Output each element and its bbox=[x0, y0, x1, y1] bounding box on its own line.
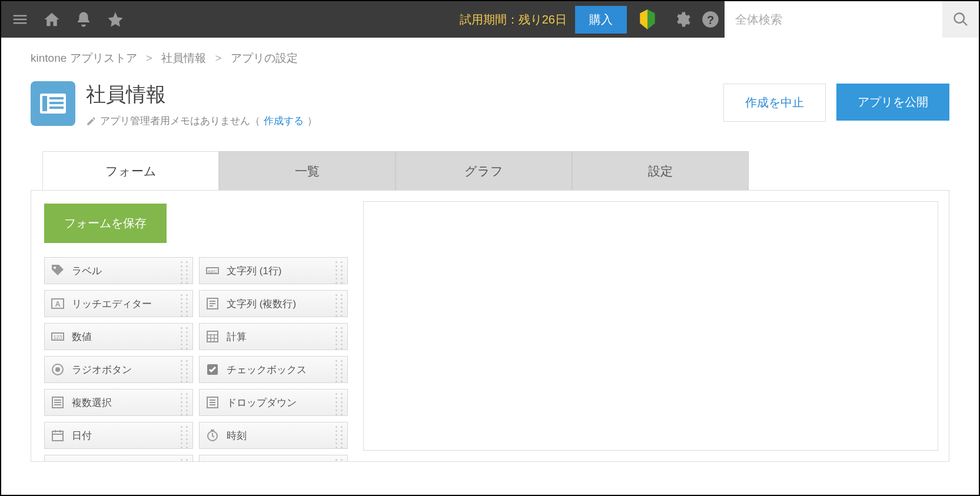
svg-rect-10 bbox=[207, 331, 218, 342]
field-icon: ABC bbox=[204, 264, 221, 278]
field-item[interactable]: ラジオボタン bbox=[44, 356, 193, 383]
home-icon[interactable] bbox=[38, 5, 66, 34]
search-button[interactable] bbox=[942, 1, 979, 38]
field-item[interactable]: 文字列 (複数行) bbox=[199, 290, 348, 317]
bell-icon[interactable] bbox=[69, 5, 98, 34]
field-item[interactable]: Aリッチエディター bbox=[44, 290, 193, 317]
buy-button[interactable]: 購入 bbox=[575, 6, 627, 34]
svg-text:123: 123 bbox=[53, 334, 62, 340]
beginner-icon[interactable] bbox=[637, 9, 657, 29]
field-item[interactable]: 日時 bbox=[44, 455, 193, 461]
field-label: 数値 bbox=[72, 330, 92, 344]
field-palette: フォームを保存 ラベルABC文字列 (1行)Aリッチエディター文字列 (複数行)… bbox=[31, 191, 361, 461]
field-icon bbox=[49, 428, 66, 442]
app-icon bbox=[31, 81, 75, 126]
svg-text:A: A bbox=[55, 300, 61, 308]
field-item[interactable]: 複数選択 bbox=[44, 389, 193, 416]
field-icon bbox=[49, 395, 66, 410]
field-item[interactable]: 添付ファイル bbox=[199, 455, 348, 461]
field-item[interactable]: 123数値 bbox=[44, 323, 193, 350]
trial-text: 試用期間：残り26日 bbox=[460, 12, 567, 28]
field-icon bbox=[49, 264, 66, 278]
form-canvas[interactable] bbox=[363, 201, 938, 451]
publish-button[interactable]: アプリを公開 bbox=[836, 84, 949, 121]
field-icon bbox=[49, 362, 66, 377]
tab-graph[interactable]: グラフ bbox=[396, 151, 572, 190]
page-title: 社員情報 bbox=[86, 81, 723, 108]
field-label: チェックボックス bbox=[227, 363, 307, 377]
breadcrumb-item[interactable]: kintone アプリストア bbox=[31, 52, 137, 64]
star-icon[interactable] bbox=[101, 5, 129, 34]
field-label: 複数選択 bbox=[72, 396, 112, 410]
tab-list[interactable]: 一覧 bbox=[219, 151, 396, 190]
field-label: リッチエディター bbox=[72, 297, 152, 311]
app-memo: アプリ管理者用メモはありません（作成する） bbox=[86, 114, 723, 128]
field-label: 日付 bbox=[72, 429, 92, 442]
edit-icon bbox=[86, 116, 97, 127]
tab-form[interactable]: フォーム bbox=[42, 151, 219, 190]
cancel-button[interactable]: 作成を中止 bbox=[723, 84, 826, 122]
field-icon bbox=[204, 428, 221, 442]
field-label: ラベル bbox=[72, 264, 102, 278]
field-icon bbox=[204, 395, 221, 410]
form-builder: フォームを保存 ラベルABC文字列 (1行)Aリッチエディター文字列 (複数行)… bbox=[31, 190, 949, 462]
svg-point-2 bbox=[54, 267, 56, 269]
field-icon: A bbox=[49, 297, 66, 311]
field-item[interactable]: ラベル bbox=[44, 257, 193, 284]
help-icon[interactable]: ? bbox=[696, 5, 725, 34]
svg-point-12 bbox=[55, 367, 60, 372]
breadcrumb: kintone アプリストア > 社員情報 > アプリの設定 bbox=[1, 38, 979, 66]
gear-icon[interactable] bbox=[668, 5, 696, 34]
create-memo-link[interactable]: 作成する bbox=[264, 114, 304, 128]
field-label: 文字列 (複数行) bbox=[227, 297, 296, 311]
breadcrumb-item: アプリの設定 bbox=[231, 52, 298, 64]
field-item[interactable]: 計算 bbox=[199, 323, 348, 350]
svg-rect-16 bbox=[52, 431, 63, 441]
save-form-button[interactable]: フォームを保存 bbox=[44, 204, 167, 243]
menu-icon[interactable] bbox=[6, 5, 34, 34]
field-item[interactable]: ABC文字列 (1行) bbox=[199, 257, 348, 284]
field-icon bbox=[204, 297, 221, 311]
breadcrumb-item[interactable]: 社員情報 bbox=[161, 52, 206, 64]
field-icon bbox=[204, 362, 221, 377]
svg-text:ABC: ABC bbox=[208, 269, 218, 274]
field-icon bbox=[204, 329, 221, 344]
field-label: ラジオボタン bbox=[72, 363, 132, 377]
field-label: 文字列 (1行) bbox=[227, 264, 282, 278]
search-input[interactable] bbox=[725, 1, 942, 38]
field-label: ドロップダウン bbox=[227, 396, 297, 410]
field-item[interactable]: 日付 bbox=[44, 422, 193, 449]
svg-text:?: ? bbox=[707, 14, 714, 26]
tab-settings[interactable]: 設定 bbox=[572, 151, 749, 190]
field-icon: 123 bbox=[49, 329, 66, 344]
field-label: 時刻 bbox=[227, 429, 247, 442]
top-bar: 試用期間：残り26日 購入 ? bbox=[1, 1, 979, 38]
tabs: フォーム 一覧 グラフ 設定 bbox=[42, 151, 979, 190]
field-label: 計算 bbox=[227, 330, 247, 344]
field-item[interactable]: ドロップダウン bbox=[199, 389, 348, 416]
field-item[interactable]: チェックボックス bbox=[199, 356, 348, 383]
field-item[interactable]: 時刻 bbox=[199, 422, 348, 449]
